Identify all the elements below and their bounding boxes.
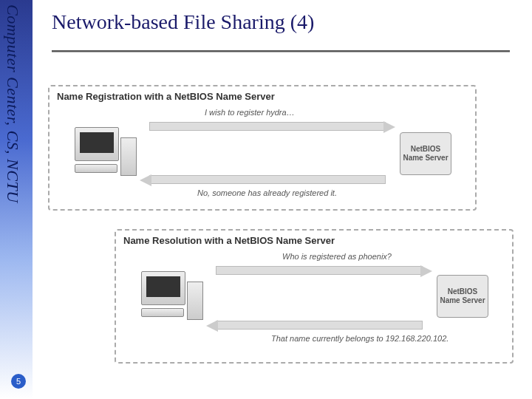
response-arrow-icon <box>149 175 386 184</box>
diagram-resolution: Name Resolution with a NetBIOS Name Serv… <box>115 229 514 364</box>
response-arrow-icon <box>216 321 423 330</box>
netbios-server-icon: NetBIOS Name Server <box>437 275 488 318</box>
client-computer-icon <box>72 127 138 173</box>
diagram-registration: Name Registration with a NetBIOS Name Se… <box>48 85 477 211</box>
netbios-server-icon: NetBIOS Name Server <box>400 132 451 175</box>
title-underline <box>52 50 510 52</box>
diagram-resolution-title: Name Resolution with a NetBIOS Name Serv… <box>123 235 335 246</box>
registration-request-text: I wish to register hydra… <box>205 108 295 117</box>
server-label: NetBIOS Name Server <box>400 145 451 163</box>
sidebar-label: Computer Center, CS, NCTU <box>3 4 22 203</box>
client-computer-icon <box>138 271 205 317</box>
diagram-registration-title: Name Registration with a NetBIOS Name Se… <box>57 91 275 102</box>
slide-title: Network-based File Sharing (4) <box>52 10 314 34</box>
sidebar: Computer Center, CS, NCTU <box>0 0 33 399</box>
resolution-request-text: Who is registered as phoenix? <box>282 252 392 261</box>
resolution-response-text: That name currently belongs to 192.168.2… <box>271 334 449 343</box>
server-label: NetBIOS Name Server <box>437 287 488 305</box>
registration-response-text: No, someone has already registered it. <box>197 188 337 197</box>
request-arrow-icon <box>149 122 386 131</box>
request-arrow-icon <box>216 266 423 275</box>
page-number-badge: 5 <box>11 374 26 389</box>
